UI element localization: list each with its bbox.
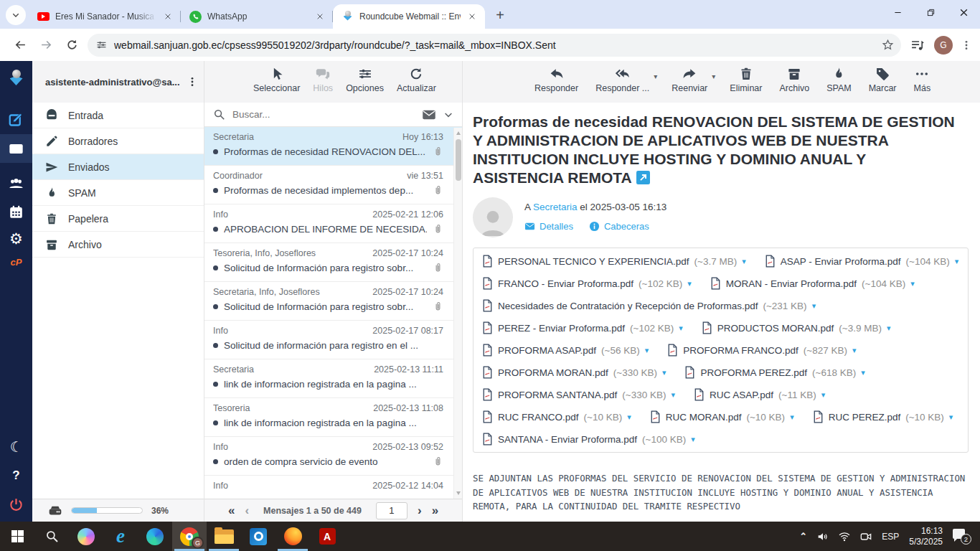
attachment-item[interactable]: ASAP - Enviar Proforma.pdf(~104 KB)▾	[765, 255, 959, 268]
message-row[interactable]: Info2025-02-12 14:04	[204, 476, 462, 499]
tray-expand-chevron[interactable]: ⌃	[799, 531, 807, 542]
scrollbar-thumb[interactable]	[456, 139, 461, 181]
sidebar-folder-enviados[interactable]: Enviados	[32, 154, 204, 180]
close-button[interactable]	[947, 0, 980, 24]
dropdown-caret[interactable]: ▾	[654, 72, 657, 80]
compose-button[interactable]	[0, 105, 32, 134]
recipient-link[interactable]: Secretaria	[533, 202, 578, 212]
list-toolbar-seleccionar-button[interactable]: Seleccionar	[250, 67, 303, 93]
browser-tab[interactable]: Eres Mi Sanador - Musica de Ad	[29, 4, 181, 29]
attachment-item[interactable]: RUC FRANCO.pdf(~10 KB)▾	[482, 410, 631, 423]
tab-close-button[interactable]	[162, 11, 174, 22]
language-indicator[interactable]: ESP	[882, 532, 899, 542]
taskbar-clock[interactable]: 16:13 5/3/2025	[909, 526, 943, 547]
attachment-menu-caret[interactable]: ▾	[742, 257, 746, 266]
list-toolbar-hilos-button[interactable]: Hilos	[310, 67, 336, 93]
taskbar-file-explorer-button[interactable]	[207, 522, 241, 551]
tab-close-button[interactable]	[466, 11, 478, 22]
notification-center-button[interactable]: 2	[953, 529, 971, 545]
taskbar-search-button[interactable]	[34, 522, 69, 551]
message-row[interactable]: Info2025-02-13 09:52orden de compra serv…	[204, 437, 462, 476]
next-page-button[interactable]: ›	[418, 504, 422, 517]
sidebar-folder-papelera[interactable]: Papelera	[32, 206, 204, 232]
rail-cpanel-button[interactable]: cP	[0, 250, 32, 273]
search-input[interactable]	[232, 109, 415, 120]
restore-button[interactable]	[914, 0, 947, 24]
back-button[interactable]	[10, 35, 30, 55]
attachment-item[interactable]: SANTANA - Enviar Proforma.pdf(~100 KB)▾	[482, 433, 695, 446]
attachment-item[interactable]: PEREZ - Enviar Proforma.pdf(~102 KB)▾	[482, 321, 683, 334]
list-toolbar-opciones-button[interactable]: Opciones	[343, 67, 387, 93]
browser-tab[interactable]: Roundcube Webmail :: Enviados	[333, 4, 485, 29]
link-cabeceras[interactable]: Cabeceras	[589, 221, 649, 232]
message-row[interactable]: Coordinadorvie 13:51Proformas de necesid…	[204, 166, 462, 204]
attachment-item[interactable]: RUC PEREZ.pdf(~10 KB)▾	[813, 410, 953, 423]
mail-toolbar-responder-button[interactable]: Responder ...	[593, 67, 652, 93]
rail-calendar-button[interactable]	[0, 197, 32, 226]
tab-search-button[interactable]	[6, 5, 26, 25]
message-row[interactable]: Tesoreria2025-02-13 11:08link de informa…	[204, 398, 462, 437]
attachment-menu-caret[interactable]: ▾	[955, 257, 959, 266]
message-row[interactable]: Info2025-02-17 08:17Solicitud de informa…	[204, 321, 462, 359]
attachment-menu-caret[interactable]: ▾	[812, 301, 816, 311]
taskbar-internet-explorer-button[interactable]: e	[103, 522, 138, 551]
meet-now-icon[interactable]	[860, 531, 872, 542]
url-text[interactable]: webmail.sanjuan.gob.ec/cpsess9955019202/…	[114, 39, 875, 51]
link-detalles[interactable]: Detalles	[524, 221, 573, 232]
sidebar-folder-borradores[interactable]: Borradores	[32, 128, 204, 154]
mail-toolbar-más-button[interactable]: Más	[911, 67, 934, 93]
mail-toolbar-archivo-button[interactable]: Archivo	[776, 67, 812, 93]
taskbar-firefox-button[interactable]	[275, 522, 310, 551]
attachment-item[interactable]: PROFORMA FRANCO.pdf(~827 KB)▾	[667, 344, 856, 357]
wifi-icon[interactable]	[839, 531, 850, 542]
rail-contacts-button[interactable]	[0, 169, 32, 197]
search-options-chevron[interactable]	[443, 110, 453, 120]
attachment-item[interactable]: PROFORMA SANTANA.pdf(~330 KB)▾	[482, 388, 675, 401]
forward-button[interactable]	[36, 35, 56, 55]
attachment-item[interactable]: PERSONAL TECNICO Y EXPERIENCIA.pdf(~3.7 …	[482, 255, 746, 268]
mail-toolbar-reenviar-button[interactable]: Reenviar	[669, 67, 710, 93]
attachment-menu-caret[interactable]: ▾	[671, 390, 675, 400]
first-page-button[interactable]: «	[228, 504, 235, 517]
page-number-input[interactable]	[376, 502, 407, 519]
list-toolbar-actualizar-button[interactable]: Actualizar	[394, 67, 439, 93]
mail-toolbar-responder-button[interactable]: Responder	[532, 67, 581, 93]
attachment-item[interactable]: PROFORMA PEREZ.pdf(~618 KB)▾	[684, 366, 864, 379]
help-button[interactable]: ?	[0, 461, 32, 490]
dropdown-caret[interactable]: ▾	[712, 72, 715, 80]
attachment-item[interactable]: RUC MORAN.pdf(~10 KB)▾	[650, 410, 794, 423]
taskbar-outlook-button[interactable]	[241, 522, 275, 551]
attachment-menu-caret[interactable]: ▾	[627, 413, 631, 422]
site-settings-icon[interactable]	[96, 39, 107, 50]
mail-toolbar-marcar-button[interactable]: Marcar	[866, 67, 900, 93]
attachment-item[interactable]: Necesidades de Contratación y Recepción …	[482, 299, 816, 312]
tab-close-button[interactable]	[314, 11, 326, 22]
sidebar-folder-archivo[interactable]: Archivo	[32, 232, 204, 258]
message-row[interactable]: Info2025-02-21 12:06APROBACION DEL INFOR…	[204, 204, 462, 243]
message-row[interactable]: SecretariaHoy 16:13Proformas de necesida…	[204, 127, 462, 166]
mail-toolbar-spam-button[interactable]: SPAM	[824, 67, 854, 93]
sidebar-folder-entrada[interactable]: Entrada	[32, 103, 204, 128]
attachment-item[interactable]: RUC ASAP.pdf(~11 KB)▾	[694, 388, 825, 401]
attachment-item[interactable]: PROFORMA ASAP.pdf(~56 KB)▾	[482, 344, 649, 357]
message-row[interactable]: Tesoreria, Info, Joseflores2025-02-17 10…	[204, 243, 462, 282]
attachment-item[interactable]: FRANCO - Enviar Proforma.pdf(~102 KB)▾	[482, 277, 692, 290]
attachment-menu-caret[interactable]: ▾	[852, 346, 857, 355]
profile-avatar[interactable]: G	[934, 36, 953, 55]
message-row[interactable]: Secretaria, Info, Joseflores2025-02-17 1…	[204, 282, 462, 321]
taskbar-edge-button[interactable]	[138, 522, 172, 551]
search-scope-icon[interactable]	[422, 108, 436, 122]
browser-tab[interactable]: WhatsApp	[181, 4, 333, 29]
attachment-item[interactable]: PRODUCTOS MORAN.pdf(~3.9 MB)▾	[702, 321, 891, 334]
media-controls-button[interactable]	[907, 38, 928, 52]
start-button[interactable]	[0, 522, 34, 551]
attachment-menu-caret[interactable]: ▾	[679, 324, 683, 333]
message-row[interactable]: Secretaria2025-02-13 11:11link de inform…	[204, 359, 462, 398]
volume-icon[interactable]	[817, 531, 829, 542]
mail-toolbar-eliminar-button[interactable]: Eliminar	[727, 67, 765, 93]
attachment-menu-caret[interactable]: ▾	[887, 324, 891, 333]
taskbar-copilot-button[interactable]	[69, 522, 103, 551]
prev-page-button[interactable]: ‹	[245, 504, 249, 517]
taskbar-chrome-button[interactable]: G	[172, 522, 207, 551]
open-in-new-window-icon[interactable]	[636, 171, 650, 184]
